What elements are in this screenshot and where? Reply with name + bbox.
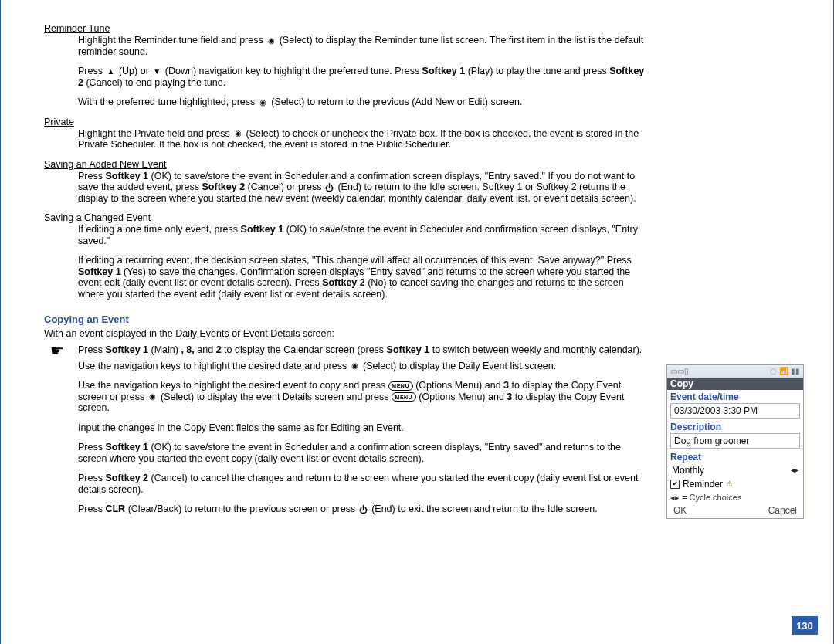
text: (Play) to play the tune and press [468, 66, 609, 76]
label-save-edit: Saving a Changed Event [44, 212, 645, 224]
end-icon [358, 505, 369, 514]
text: With the preferred tune highlighted, pre… [78, 97, 258, 107]
text-bold: Softkey 1 [105, 344, 148, 355]
bullet-row: ☛ Press Softkey 1 (Main) , 8, and 2 to d… [50, 344, 645, 356]
text: Press [78, 473, 105, 483]
softkey-ok: OK [673, 504, 687, 517]
text: Press [78, 344, 105, 355]
status-icons-right: ◌ 📶 ▮▮ [770, 365, 800, 378]
text: Use the navigation keys to highlight the… [78, 380, 388, 391]
text-bold: 3 [507, 391, 512, 402]
text-bold: CLR [105, 503, 125, 514]
text-bold: Softkey 1 [105, 442, 148, 452]
phone-screenshot: ▭▭▯ ◌ 📶 ▮▮ Copy Event date/time 03/30/20… [666, 364, 804, 519]
text-bold: Softkey 1 [105, 171, 148, 181]
page-number: 130 [792, 616, 818, 635]
select-icon [266, 36, 276, 46]
phone-title: Copy [667, 378, 803, 390]
event-date-value: 03/30/2003 3:30 PM [670, 403, 800, 419]
text: (Down) navigation key to highlight the p… [165, 66, 422, 76]
text-block: Highlight the Private field and press (S… [78, 128, 645, 151]
text-block: If editing a one time only event, press … [78, 224, 645, 246]
text: (Main) [151, 344, 178, 355]
label-reminder-tune: Reminder Tune [44, 23, 645, 35]
repeat-label: Repeat [667, 450, 803, 463]
text-bold: Softkey 1 [387, 344, 430, 355]
text-block: Press CLR (Clear/Back) to return to the … [78, 503, 645, 515]
end-icon [324, 183, 335, 192]
menu-icon: MENU [388, 381, 413, 391]
text: Press [78, 442, 105, 452]
event-date-label: Event date/time [667, 390, 803, 403]
text: Highlight the Private field and press [78, 128, 232, 139]
reminder-label: Reminder [683, 478, 723, 490]
text: and [197, 344, 215, 355]
repeat-value: Monthly [672, 464, 704, 476]
text: Input the changes in the Copy Event fiel… [78, 422, 404, 433]
label-save-new: Saving an Added New Event [44, 159, 645, 171]
hand-point-icon: ☛ [50, 344, 78, 356]
description-value: Dog from groomer [670, 433, 800, 449]
text: (Select) to return to the previous (Add … [271, 97, 522, 107]
heading-copying-event: Copying an Event [44, 314, 645, 325]
text: Highlight the Reminder tune field and pr… [78, 35, 266, 46]
text: (Cancel) or press [248, 181, 324, 192]
text: (Options Menu) and [415, 380, 503, 391]
text: Press [78, 66, 105, 76]
text-bold: Softkey 1 [241, 224, 284, 235]
nav-up-icon [105, 67, 116, 76]
softkey-cancel: Cancel [768, 504, 797, 517]
text-block: Press Softkey 2 (Cancel) to cancel the c… [78, 473, 645, 495]
text-block: Press Softkey 1 (OK) to save/store the e… [78, 442, 645, 464]
reminder-row: ✔ Reminder ⚠ [667, 477, 803, 491]
label-private: Private [44, 117, 645, 128]
text: Use the navigation keys to highlight the… [78, 361, 350, 371]
reminder-checkbox-icon: ✔ [670, 480, 680, 489]
text: Press [78, 171, 105, 181]
text-bold: , 8, [181, 344, 194, 355]
text-block: Input the changes in the Copy Event fiel… [78, 422, 645, 434]
text: (Select) to display the Daily Event list… [363, 361, 556, 371]
text-block: Use the navigation keys to highlight the… [78, 361, 645, 372]
text-block: Press Softkey 1 (Main) , 8, and 2 to dis… [78, 344, 642, 356]
select-icon [258, 98, 269, 107]
description-label: Description [667, 420, 803, 433]
text: (Options Menu) and [419, 391, 507, 402]
text: (Up) or [119, 66, 151, 76]
text-intro: With an event displayed in the Daily Eve… [44, 328, 645, 340]
text-bold: Softkey 1 [78, 266, 121, 277]
softkey-row: OK Cancel [667, 504, 803, 517]
text-bold: Softkey 2 [322, 277, 365, 288]
cycle-icon: ◂▸ [791, 464, 798, 476]
nav-down-icon [151, 67, 162, 76]
cycle-note: ◂▸ = Cycle choices [667, 491, 803, 503]
text: (OK) to save/store the event in Schedule… [78, 442, 621, 464]
text: (Select) to display the event Details sc… [161, 391, 392, 402]
text-bold: Softkey 1 [422, 66, 466, 76]
text: (End) to exit the screen and return to t… [371, 503, 598, 514]
select-icon [350, 361, 361, 371]
text-block: If editing a recurring event, the decisi… [78, 255, 645, 300]
menu-icon: MENU [392, 392, 416, 402]
text-block: Press Softkey 1 (OK) to save/store the e… [78, 171, 645, 205]
select-icon [147, 392, 158, 402]
main-column: Reminder Tune Highlight the Reminder tun… [50, 23, 645, 515]
warning-icon: ⚠ [726, 478, 733, 490]
text: If editing a one time only event, press [78, 224, 241, 235]
text: to display the Calendar screen (press [224, 344, 387, 355]
status-icons-left: ▭▭▯ [670, 365, 689, 378]
text-bold: 2 [216, 344, 222, 355]
text-bold: Softkey 2 [202, 181, 246, 192]
text-bold: Softkey 2 [105, 473, 148, 483]
text-bold: 3 [503, 380, 509, 391]
repeat-row: Monthly ◂▸ [667, 463, 803, 477]
select-icon [232, 129, 243, 138]
text: If editing a recurring event, the decisi… [78, 255, 632, 266]
text: Press [78, 503, 105, 514]
text-block: With the preferred tune highlighted, pre… [78, 97, 645, 108]
text: (Clear/Back) to return to the previous s… [128, 503, 358, 514]
status-bar: ▭▭▯ ◌ 📶 ▮▮ [667, 365, 803, 378]
text-block: Press (Up) or (Down) navigation key to h… [78, 66, 645, 88]
text: to switch between weekly and monthly cal… [432, 344, 642, 355]
text-block: Use the navigation keys to highlight the… [78, 380, 645, 414]
